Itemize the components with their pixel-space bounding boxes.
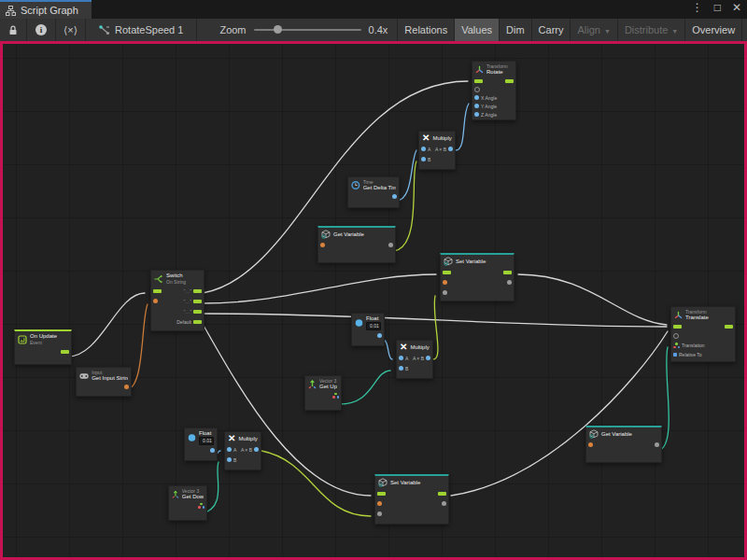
node-multiply-top[interactable]: ✕ Multiply A A × B B — [418, 131, 456, 170]
wire-float-multiply-to-rotate[interactable] — [456, 104, 469, 150]
selector-in-port[interactable] — [153, 299, 158, 303]
float-value-field[interactable]: 0.01 — [366, 322, 381, 330]
flow-out-port[interactable] — [725, 325, 733, 329]
node-title: Get Input String — [92, 375, 128, 382]
variable-name-port[interactable] — [377, 501, 382, 506]
multiply-b-port[interactable] — [421, 157, 426, 161]
flow-out-port[interactable] — [503, 271, 512, 274]
float-out-port[interactable] — [210, 448, 215, 453]
case-out-port[interactable] — [193, 300, 202, 303]
variable-value-in-port[interactable] — [443, 290, 447, 295]
node-switch-on-string[interactable]: Switch On String "…" "…" "…" Default — [150, 270, 204, 331]
window-menu-icon[interactable]: ⋮ — [692, 1, 703, 14]
variable-value-out-port[interactable] — [655, 442, 659, 447]
flow-in-port[interactable] — [673, 325, 682, 329]
multiply-a-port[interactable] — [421, 147, 426, 151]
target-in-port[interactable] — [673, 333, 679, 339]
node-translate[interactable]: Transform Translate Translation Relative… — [670, 306, 736, 362]
window-close-icon[interactable]: ✕ — [732, 1, 741, 14]
variable-name-port[interactable] — [588, 442, 593, 447]
node-title: Get Variable — [601, 431, 632, 438]
info-button[interactable]: i — [27, 19, 56, 41]
multiply-out-port[interactable] — [448, 147, 453, 151]
zoom-slider-thumb[interactable] — [274, 25, 282, 34]
distribute-dropdown[interactable]: Distribute ▼ — [618, 19, 685, 41]
values-button[interactable]: Values — [455, 19, 500, 41]
target-in-port[interactable] — [474, 87, 480, 92]
flow-out-port[interactable] — [61, 350, 69, 354]
flow-in-port[interactable] — [443, 271, 451, 274]
x-angle-port[interactable] — [474, 95, 479, 100]
node-float-top[interactable]: Float 0.01 — [351, 313, 385, 346]
graph-breadcrumb[interactable]: RotateSpeed 1 — [86, 19, 197, 41]
case-out-port[interactable] — [193, 310, 202, 314]
node-rotate[interactable]: Transform Rotate X Angle Y Angle Z Angle — [472, 61, 516, 120]
relative-to-in-port[interactable] — [673, 353, 677, 357]
node-get-delta-time[interactable]: Time Get Delta Time — [347, 176, 400, 208]
node-multiply-bottom[interactable]: ✕ Multiply A A × B B — [224, 431, 261, 470]
variable-name-port[interactable] — [320, 243, 325, 247]
variable-value-out-port[interactable] — [507, 280, 512, 285]
node-on-update[interactable]: On Update Event — [14, 329, 72, 365]
wire-value-multiply-to-setvariable[interactable] — [433, 296, 438, 359]
tab-script-graph[interactable]: Script Graph — [0, 0, 92, 19]
wire-vector-getup-to-multiply[interactable] — [338, 371, 390, 404]
variable-value-in-port[interactable] — [377, 511, 382, 516]
vector3-out-port[interactable] — [332, 393, 339, 399]
multiply-a-port[interactable] — [399, 356, 403, 360]
node-subtitle: On String — [166, 279, 186, 285]
zoom-slider[interactable] — [254, 29, 361, 31]
vector3-out-port[interactable] — [198, 503, 204, 509]
wire-flow-setvariable-to-translate[interactable] — [518, 274, 667, 325]
relations-button[interactable]: Relations — [398, 19, 455, 41]
multiply-b-port[interactable] — [399, 366, 403, 371]
wire-flow-update-to-switch[interactable] — [68, 293, 145, 357]
full-screen-button[interactable]: Full Screen — [742, 19, 747, 41]
flow-out-port[interactable] — [505, 79, 514, 83]
y-angle-port[interactable] — [474, 104, 479, 108]
node-vector3-get-up[interactable]: Vector 3 Get Up — [304, 375, 342, 411]
node-get-variable-top[interactable]: Get Variable — [317, 226, 396, 263]
graph-canvas[interactable]: On Update Event Input Get Input String — [0, 41, 747, 560]
float-value-field[interactable]: 0.01 — [199, 437, 214, 445]
variable-name-port[interactable] — [443, 280, 447, 285]
multiply-out-port[interactable] — [254, 447, 259, 452]
multiply-out-port[interactable] — [426, 356, 430, 360]
string-out-port[interactable] — [124, 385, 129, 389]
multiply-b-port[interactable] — [227, 457, 232, 462]
node-get-variable-right[interactable]: Get Variable — [585, 426, 662, 463]
flow-in-port[interactable] — [377, 492, 386, 496]
wire-flow-setvariable-bottom-to-translate[interactable] — [451, 331, 668, 496]
script-graph-icon — [6, 6, 16, 16]
edit-code-button[interactable]: ⟨×⟩ — [56, 19, 86, 41]
delta-time-out-port[interactable] — [392, 194, 397, 199]
node-get-input-string[interactable]: Input Get Input String — [76, 367, 132, 397]
default-out-port[interactable] — [193, 320, 202, 324]
wire-value-multiplybottom-to-setvariablebottom[interactable] — [261, 451, 371, 516]
float-icon — [188, 433, 196, 442]
node-multiply-center[interactable]: ✕ Multiply A A × B B — [396, 340, 433, 379]
variable-value-out-port[interactable] — [388, 243, 393, 247]
float-out-port[interactable] — [377, 333, 382, 338]
carry-button[interactable]: Carry — [532, 19, 571, 41]
overview-button[interactable]: Overview — [685, 19, 742, 41]
node-title: Multiply — [238, 436, 257, 442]
flow-out-port[interactable] — [438, 492, 446, 496]
window-maximize-icon[interactable]: □ — [714, 1, 721, 14]
node-title: Float — [366, 315, 381, 322]
translation-in-port[interactable] — [673, 343, 680, 348]
align-dropdown[interactable]: Align ▼ — [571, 19, 617, 41]
dim-button[interactable]: Dim — [500, 19, 532, 41]
flow-in-port[interactable] — [474, 79, 483, 83]
node-set-variable-bottom[interactable]: Set Variable — [374, 474, 449, 525]
node-float-bottom[interactable]: Float 0.01 — [184, 427, 218, 461]
variable-value-out-port[interactable] — [442, 501, 446, 506]
z-angle-port[interactable] — [474, 112, 479, 117]
multiply-a-port[interactable] — [227, 447, 232, 452]
lock-button[interactable] — [0, 19, 27, 41]
node-set-variable-center[interactable]: Set Variable — [440, 253, 514, 301]
graph-icon — [99, 25, 110, 35]
node-vector3-get-down[interactable]: Vector 3 Get Down — [168, 485, 207, 521]
flow-in-port[interactable] — [153, 289, 162, 293]
case-out-port[interactable] — [193, 289, 202, 293]
